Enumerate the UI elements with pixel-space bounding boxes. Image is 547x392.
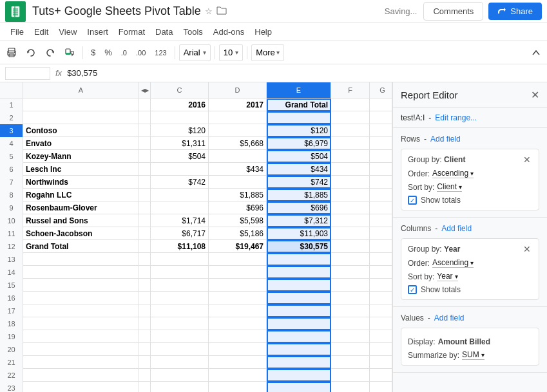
cell-a9[interactable]: Rosenbaum-Glover: [23, 201, 139, 214]
row-num-7[interactable]: 7: [0, 176, 23, 189]
rows-sort-dropdown[interactable]: Client: [437, 182, 462, 192]
cell-e3[interactable]: $120: [267, 124, 331, 137]
col-header-b[interactable]: ◀▶: [139, 82, 151, 98]
row-num-10[interactable]: 10: [0, 214, 23, 227]
cell-b6[interactable]: [139, 163, 151, 176]
cell-f1[interactable]: [331, 98, 370, 111]
cell-a1[interactable]: [23, 98, 139, 111]
col-header-a[interactable]: A: [23, 82, 139, 98]
row-num-2[interactable]: 2: [0, 111, 23, 124]
cell-b11[interactable]: [139, 227, 151, 240]
cell-g2[interactable]: [370, 111, 392, 124]
cell-d2[interactable]: [209, 111, 267, 124]
cell-e11[interactable]: $11,903: [267, 227, 331, 240]
cell-a5[interactable]: Kozey-Mann: [23, 150, 139, 163]
collapse-toolbar-button[interactable]: [528, 46, 544, 60]
print-button[interactable]: [3, 45, 21, 61]
menu-format[interactable]: Format: [113, 23, 150, 41]
cell-g10[interactable]: [370, 214, 392, 227]
cell-c3[interactable]: $120: [151, 124, 209, 137]
row-num-1[interactable]: 1: [0, 98, 23, 111]
cell-d1[interactable]: 2017: [209, 98, 267, 111]
cell-e7[interactable]: $742: [267, 176, 331, 189]
more-button[interactable]: More ▾: [251, 44, 284, 61]
cell-b10[interactable]: [139, 214, 151, 227]
col-header-e[interactable]: E: [267, 82, 331, 98]
decimal-dec-button[interactable]: .0: [117, 46, 131, 59]
columns-show-totals-checkbox[interactable]: [408, 285, 417, 294]
row-num-6[interactable]: 6: [0, 163, 23, 176]
cell-g11[interactable]: [370, 227, 392, 240]
cell-reference-box[interactable]: E12: [5, 67, 50, 80]
cell-g5[interactable]: [370, 150, 392, 163]
cell-c12[interactable]: $11,108: [151, 240, 209, 253]
menu-tools[interactable]: Tools: [178, 23, 207, 41]
cell-f4[interactable]: [331, 137, 370, 150]
columns-add-field-button[interactable]: Add field: [441, 224, 472, 233]
cell-d9[interactable]: $696: [209, 201, 267, 214]
cell-g1[interactable]: [370, 98, 392, 111]
menu-data[interactable]: Data: [150, 23, 178, 41]
cell-e10[interactable]: $7,312: [267, 214, 331, 227]
row-num-11[interactable]: 11: [0, 227, 23, 240]
cell-c7[interactable]: $742: [151, 176, 209, 189]
font-selector[interactable]: Arial ▾: [179, 44, 211, 61]
cell-d12[interactable]: $19,467: [209, 240, 267, 253]
redo-button[interactable]: [41, 45, 59, 61]
values-summarize-dropdown[interactable]: SUM: [462, 350, 485, 360]
cell-e9[interactable]: $696: [267, 201, 331, 214]
cell-a11[interactable]: Schoen-Jacobson: [23, 227, 139, 240]
cell-a12[interactable]: Grand Total: [23, 240, 139, 253]
cell-d5[interactable]: [209, 150, 267, 163]
edit-range-link[interactable]: Edit range...: [435, 113, 477, 122]
columns-order-dropdown[interactable]: Ascending: [432, 258, 474, 268]
menu-edit[interactable]: Edit: [29, 23, 53, 41]
cell-d11[interactable]: $5,186: [209, 227, 267, 240]
cell-c8[interactable]: [151, 189, 209, 201]
columns-card-remove-button[interactable]: ✕: [522, 244, 532, 254]
cell-g4[interactable]: [370, 137, 392, 150]
cell-c5[interactable]: $504: [151, 150, 209, 163]
rows-add-field-button[interactable]: Add field: [430, 135, 461, 144]
cell-g3[interactable]: [370, 124, 392, 137]
cell-a2[interactable]: [23, 111, 139, 124]
cell-f11[interactable]: [331, 227, 370, 240]
col-header-g[interactable]: G: [370, 82, 392, 98]
share-button[interactable]: Share: [488, 3, 542, 20]
cell-d4[interactable]: $5,668: [209, 137, 267, 150]
col-header-f[interactable]: F: [331, 82, 370, 98]
cell-a7[interactable]: Northwinds: [23, 176, 139, 189]
columns-sort-dropdown[interactable]: Year: [437, 272, 457, 281]
currency-button[interactable]: $: [87, 45, 99, 60]
menu-help[interactable]: Help: [249, 23, 277, 41]
cell-e12[interactable]: $30,575: [267, 240, 331, 253]
menu-insert[interactable]: Insert: [82, 23, 113, 41]
cell-e2[interactable]: [267, 111, 331, 124]
cell-f8[interactable]: [331, 189, 370, 201]
cell-f6[interactable]: [331, 163, 370, 176]
cell-c2[interactable]: [151, 111, 209, 124]
percent-button[interactable]: %: [101, 45, 116, 60]
cell-f9[interactable]: [331, 201, 370, 214]
cell-a10[interactable]: Russel and Sons: [23, 214, 139, 227]
cell-a3[interactable]: Contoso: [23, 124, 139, 137]
cell-b12[interactable]: [139, 240, 151, 253]
row-num-3[interactable]: 3: [0, 124, 23, 137]
cell-f12[interactable]: [331, 240, 370, 253]
cell-f3[interactable]: [331, 124, 370, 137]
row-num-12[interactable]: 12: [0, 240, 23, 253]
rows-card-remove-button[interactable]: ✕: [522, 154, 532, 165]
cell-c10[interactable]: $1,714: [151, 214, 209, 227]
row-num-9[interactable]: 9: [0, 201, 23, 214]
cell-e1[interactable]: Grand Total: [267, 98, 331, 111]
rows-order-dropdown[interactable]: Ascending: [432, 169, 474, 178]
cell-b1[interactable]: [139, 98, 151, 111]
values-add-field-button[interactable]: Add field: [434, 313, 465, 322]
cell-c11[interactable]: $6,717: [151, 227, 209, 240]
cell-e6[interactable]: $434: [267, 163, 331, 176]
paint-format-button[interactable]: [61, 45, 79, 61]
cell-b9[interactable]: [139, 201, 151, 214]
cell-c9[interactable]: [151, 201, 209, 214]
cell-g9[interactable]: [370, 201, 392, 214]
cell-d8[interactable]: $1,885: [209, 189, 267, 201]
